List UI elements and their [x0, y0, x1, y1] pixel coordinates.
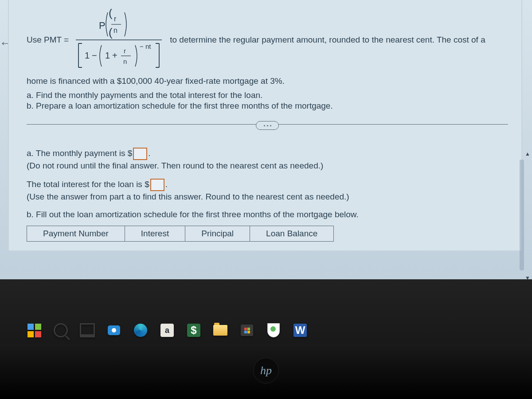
answer-a-monthly-hint: (Do not round until the final answer. Th…: [27, 161, 508, 171]
word-app-icon[interactable]: W: [293, 323, 308, 338]
monitor-bezel: hp: [0, 344, 532, 399]
table-header-row: Payment Number Interest Principal Loan B…: [27, 226, 334, 242]
scroll-down-icon[interactable]: ▼: [525, 275, 531, 281]
col-interest: Interest: [125, 226, 185, 242]
answer-a-interest-pre: The total interest for the loan is $: [27, 180, 149, 189]
svg-text:r: r: [124, 47, 126, 55]
start-menu-icon[interactable]: [27, 323, 42, 338]
expand-dots-button[interactable]: [256, 121, 279, 130]
camera-app-icon[interactable]: [106, 323, 121, 338]
answer-a-interest-hint: (Use the answer from part a to find this…: [27, 192, 508, 202]
svg-text:P: P: [99, 20, 106, 31]
edge-browser-icon[interactable]: [133, 323, 148, 338]
answer-a-interest-post: .: [165, 180, 168, 189]
scrollbar[interactable]: [520, 160, 524, 270]
windows-taskbar: a $ W: [27, 319, 308, 341]
total-interest-input[interactable]: [150, 179, 164, 191]
monthly-payment-input[interactable]: [133, 148, 147, 160]
svg-text:+: +: [112, 51, 117, 60]
task-view-icon[interactable]: [80, 323, 95, 338]
svg-text:(: (: [109, 9, 113, 20]
svg-text:n: n: [123, 58, 127, 65]
problem-part-b: b. Prepare a loan amortization schedule …: [27, 101, 508, 111]
col-principal: Principal: [185, 226, 250, 242]
answer-a-monthly-post: .: [148, 149, 150, 158]
scroll-up-icon[interactable]: ▲: [525, 151, 531, 157]
question-panel: Use PMT = P ( ( r n 1 −: [8, 0, 522, 250]
windows-security-icon[interactable]: [266, 323, 281, 338]
svg-text:− nt: − nt: [140, 43, 151, 50]
after-formula-text: to determine the regular payment amount,…: [170, 35, 485, 45]
pmt-formula: P ( ( r n 1 − 1 + r n: [72, 9, 165, 71]
svg-text:n: n: [113, 27, 117, 34]
screen: ← Use PMT = P ( ( r n 1 −: [0, 0, 532, 399]
problem-line-2: home is financed with a $100,000 40-year…: [27, 76, 508, 86]
answer-b-intro: b. Fill out the loan amortization schedu…: [27, 210, 508, 219]
microsoft-store-icon[interactable]: [239, 323, 254, 338]
search-icon[interactable]: [53, 323, 68, 338]
answer-a-monthly: a. The monthly payment is $.: [27, 148, 508, 160]
amazon-app-icon[interactable]: a: [160, 323, 175, 338]
svg-text:−: −: [92, 51, 97, 60]
svg-text:1: 1: [105, 51, 110, 60]
finance-app-icon[interactable]: $: [186, 323, 201, 338]
problem-part-a: a. Find the monthly payments and the tot…: [27, 90, 508, 100]
hp-logo: hp: [253, 358, 279, 383]
svg-text:(: (: [109, 26, 113, 39]
col-loan-balance: Loan Balance: [250, 226, 334, 242]
answer-a-monthly-pre: a. The monthly payment is $: [27, 149, 132, 158]
formula-row: Use PMT = P ( ( r n 1 −: [27, 9, 508, 71]
svg-text:r: r: [114, 15, 117, 23]
answer-a-interest: The total interest for the loan is $.: [27, 179, 508, 191]
col-payment-number: Payment Number: [27, 226, 125, 242]
use-pmt-label: Use PMT =: [27, 35, 69, 45]
amortization-table: Payment Number Interest Principal Loan B…: [27, 226, 334, 242]
svg-text:1: 1: [85, 51, 90, 60]
file-explorer-icon[interactable]: [213, 323, 228, 338]
